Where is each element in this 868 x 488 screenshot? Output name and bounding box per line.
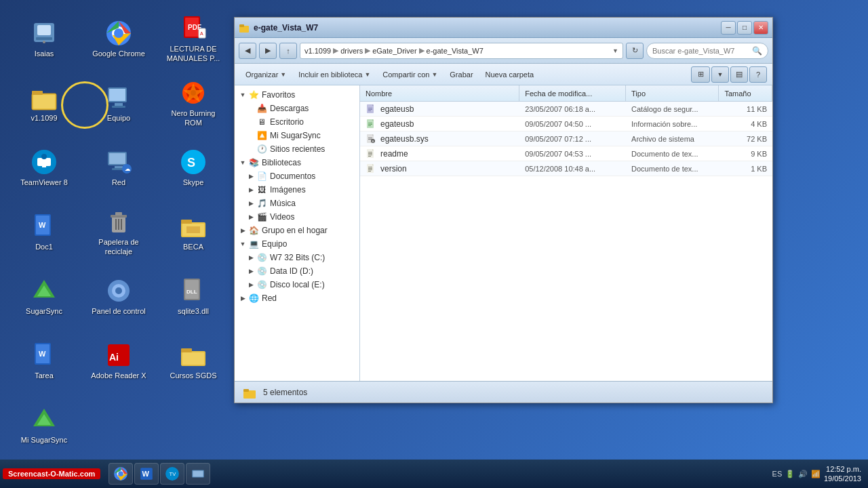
search-input[interactable] bbox=[652, 47, 749, 55]
desktop-icon-cursos[interactable]: Cursos SGDS bbox=[156, 329, 231, 393]
back-button[interactable]: ◀ bbox=[239, 43, 256, 59]
tree-item-equipo[interactable]: ▼ 💻 Equipo bbox=[235, 237, 359, 251]
tree-item-sitios-recientes[interactable]: 🕐 Sitios recientes bbox=[235, 142, 359, 156]
tree-item-descargas[interactable]: 📥 Descargas bbox=[235, 102, 359, 115]
organize-button[interactable]: Organizar ▼ bbox=[240, 66, 292, 83]
desktop-icon-papelera[interactable]: Papelera de reciclaje bbox=[81, 200, 156, 264]
equipo-label: Equipo bbox=[107, 114, 130, 123]
desktop-icon-panel[interactable]: Panel de control bbox=[81, 264, 156, 329]
screencast-watermark[interactable]: Screencast-O-Matic.com bbox=[3, 468, 100, 479]
desktop-icon-adobe[interactable]: Ai Adobe Reader X bbox=[81, 329, 156, 393]
address-path[interactable]: v1.1099 ▶ drivers ▶ eGate_Driver ▶ e-gat… bbox=[300, 43, 623, 59]
desktop-icon-tarea[interactable]: W Tarea bbox=[7, 329, 81, 393]
details-pane-button[interactable]: ▤ bbox=[730, 66, 748, 83]
tree-item-bibliotecas[interactable]: ▼ 📚 Bibliotecas bbox=[235, 156, 359, 169]
new-folder-button[interactable]: Nueva carpeta bbox=[480, 66, 540, 83]
cursos-icon bbox=[180, 342, 207, 369]
view-toggle-button[interactable]: ⊞ bbox=[691, 66, 710, 83]
desktop-icon-sugarsync[interactable]: SugarSync bbox=[7, 264, 81, 329]
refresh-button[interactable]: ↻ bbox=[626, 43, 644, 59]
col-header-size[interactable]: Tamaño bbox=[719, 85, 772, 101]
clock-date: 19/05/2013 bbox=[824, 474, 861, 483]
tree-item-imagenes[interactable]: ▶ 🖼 Imágenes bbox=[235, 183, 359, 197]
navigation-tree: ▼ ⭐ Favoritos 📥 Descargas 🖥 Escritorio bbox=[235, 85, 360, 381]
tray-volume-icon[interactable]: 🔊 bbox=[797, 468, 808, 479]
tarea-label: Tarea bbox=[35, 371, 54, 380]
toggle-bibliotecas[interactable]: ▼ bbox=[237, 157, 248, 168]
forward-button[interactable]: ▶ bbox=[259, 43, 277, 59]
toggle-musica[interactable]: ▶ bbox=[245, 198, 256, 209]
tree-item-documentos[interactable]: ▶ 📄 Documentos bbox=[235, 169, 359, 183]
maximize-button[interactable]: □ bbox=[737, 21, 752, 35]
skype-label: Skype bbox=[183, 178, 204, 187]
favoritos-label: Favoritos bbox=[262, 90, 295, 100]
svg-rect-90 bbox=[368, 168, 372, 169]
desktop-icon-lectura[interactable]: PDF A LECTURA DE MANUALES P... bbox=[156, 7, 231, 71]
toggle-documentos[interactable]: ▶ bbox=[245, 171, 256, 182]
share-button[interactable]: Compartir con ▼ bbox=[377, 66, 443, 83]
close-button[interactable]: ✕ bbox=[753, 21, 768, 35]
desktop-icon-equipo[interactable]: Equipo bbox=[81, 71, 156, 136]
svg-rect-83 bbox=[368, 152, 372, 152]
path-dropdown[interactable]: ▼ bbox=[612, 47, 618, 54]
tree-item-grupo-hogar[interactable]: ▶ 🏠 Grupo en el hogar bbox=[235, 224, 359, 237]
desktop-icon-skype[interactable]: S Skype bbox=[156, 136, 231, 200]
desktop-icon-nero[interactable]: Nero Burning ROM bbox=[156, 71, 231, 136]
toggle-imagenes[interactable]: ▶ bbox=[245, 184, 256, 195]
tree-item-favoritos[interactable]: ▼ ⭐ Favoritos bbox=[235, 88, 359, 102]
svg-text:TV: TV bbox=[170, 471, 177, 477]
file-explorer-window: e-gate_Vista_W7 ─ □ ✕ ◀ ▶ ↑ v1.1099 ▶ dr… bbox=[234, 17, 773, 403]
tree-item-musica[interactable]: ▶ 🎵 Música bbox=[235, 197, 359, 210]
table-row[interactable]: egateusb 23/05/2007 06:18 a... Catálogo … bbox=[360, 102, 772, 117]
path-part-2: drivers bbox=[340, 47, 363, 55]
desktop-icon-chrome[interactable]: Google Chrome bbox=[81, 7, 156, 71]
toggle-red[interactable]: ▶ bbox=[237, 293, 248, 304]
up-button[interactable]: ↑ bbox=[279, 43, 297, 59]
burn-button[interactable]: Grabar bbox=[444, 66, 478, 83]
col-header-type[interactable]: Tipo bbox=[626, 85, 719, 101]
minimize-button[interactable]: ─ bbox=[721, 21, 736, 35]
tree-item-videos[interactable]: ▶ 🎬 Videos bbox=[235, 210, 359, 224]
desktop-icon-v11099[interactable]: v1.1099 bbox=[7, 71, 81, 136]
svg-rect-15 bbox=[33, 95, 55, 108]
desktop-icon-sqlite[interactable]: DLL sqlite3.dll bbox=[156, 264, 231, 329]
toggle-favoritos[interactable]: ▼ bbox=[237, 89, 248, 100]
desktop-icon-doc1[interactable]: W Doc1 bbox=[7, 200, 81, 264]
desktop-icon-mi-sugarsync[interactable]: Mi SugarSync bbox=[7, 393, 81, 458]
toggle-equipo[interactable]: ▼ bbox=[237, 239, 248, 249]
taskbar-teamviewer[interactable]: TV bbox=[160, 463, 184, 485]
toggle-disco-e[interactable]: ▶ bbox=[245, 279, 256, 290]
toggle-videos[interactable]: ▶ bbox=[245, 211, 256, 222]
toggle-grupo[interactable]: ▶ bbox=[237, 225, 248, 236]
table-row[interactable]: readme 09/05/2007 04:53 ... Documento de… bbox=[360, 146, 772, 161]
desktop-icon-teamviewer[interactable]: TeamViewer 8 bbox=[7, 136, 81, 200]
desktop-icon-isaias[interactable]: Isaias bbox=[7, 7, 81, 71]
toggle-w7[interactable]: ▶ bbox=[245, 252, 256, 263]
tray-network-icon[interactable]: 📶 bbox=[810, 468, 821, 479]
include-library-button[interactable]: Incluir en biblioteca ▼ bbox=[293, 66, 376, 83]
clock[interactable]: 12:52 p.m. 19/05/2013 bbox=[824, 464, 861, 484]
tray-lang[interactable]: ES bbox=[772, 468, 783, 479]
tree-item-data-id[interactable]: ▶ 💿 Data ID (D:) bbox=[235, 264, 359, 278]
view-dropdown-button[interactable]: ▼ bbox=[711, 66, 729, 83]
svg-rect-86 bbox=[368, 156, 371, 157]
tree-item-escritorio[interactable]: 🖥 Escritorio bbox=[235, 115, 359, 129]
tree-item-w7[interactable]: ▶ 💿 W7 32 Bits (C:) bbox=[235, 251, 359, 264]
table-row[interactable]: S egateusb.sys 09/05/2007 07:12 ... Arch… bbox=[360, 131, 772, 146]
tree-item-red[interactable]: ▶ 🌐 Red bbox=[235, 291, 359, 305]
col-header-date[interactable]: Fecha de modifica... bbox=[519, 85, 626, 101]
col-header-name[interactable]: Nombre bbox=[360, 85, 519, 101]
desktop-icon-red[interactable]: ☁ Red bbox=[81, 136, 156, 200]
table-row[interactable]: egateusb 09/05/2007 04:50 ... Informació… bbox=[360, 117, 772, 131]
tray-battery-icon[interactable]: 🔋 bbox=[785, 468, 795, 479]
toggle-data-id[interactable]: ▶ bbox=[245, 266, 256, 277]
taskbar-chrome[interactable] bbox=[108, 463, 133, 485]
taskbar-word[interactable]: W bbox=[134, 463, 159, 485]
tree-item-disco-e[interactable]: ▶ 💿 Disco local (E:) bbox=[235, 278, 359, 291]
taskbar-network[interactable] bbox=[186, 463, 210, 485]
tree-item-misugarsync[interactable]: 🔼 Mi SugarSync bbox=[235, 129, 359, 142]
desktop-icon-beca[interactable]: BECA bbox=[156, 200, 231, 264]
table-row[interactable]: version 05/12/2008 10:48 a... Documento … bbox=[360, 161, 772, 176]
help-button[interactable]: ? bbox=[749, 66, 767, 83]
sugarsync-icon bbox=[31, 277, 58, 304]
